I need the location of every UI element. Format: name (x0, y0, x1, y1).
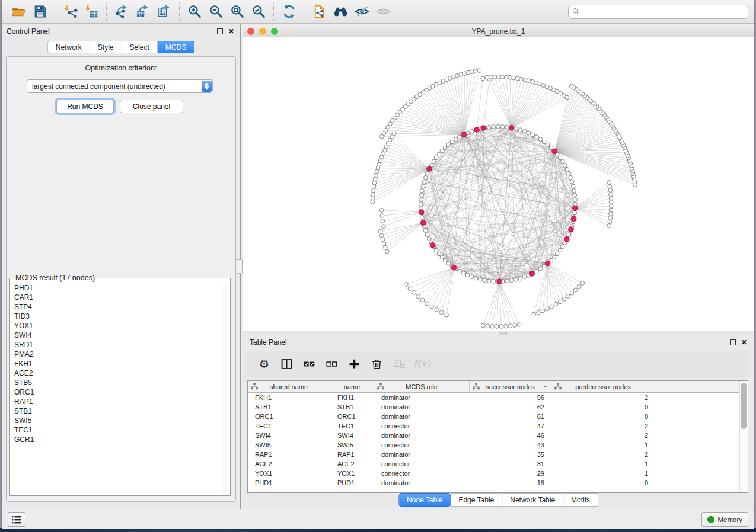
graph-node[interactable] (376, 166, 380, 170)
save-session-button[interactable] (29, 2, 50, 21)
graph-node[interactable] (422, 180, 426, 184)
graph-node[interactable] (517, 323, 521, 327)
graph-node[interactable] (512, 76, 516, 80)
mcds-result-item[interactable]: SWI4 (11, 331, 222, 340)
zoom-selected-button[interactable] (248, 2, 269, 21)
graph-node[interactable] (479, 277, 483, 281)
graph-node[interactable] (500, 125, 505, 129)
graph-hub-node[interactable] (419, 210, 424, 215)
criterion-select[interactable]: largest connected component (undirected) (27, 79, 213, 93)
graph-node[interactable] (465, 273, 470, 277)
table-row[interactable]: STB1STB1dominator620 (248, 402, 740, 412)
graph-node[interactable] (380, 214, 384, 218)
graph-node[interactable] (470, 70, 474, 74)
graph-node[interactable] (531, 79, 535, 84)
graph-node[interactable] (443, 146, 447, 150)
graph-node[interactable] (416, 294, 420, 299)
tab-network-table[interactable]: Network Table (502, 493, 563, 507)
graph-node[interactable] (495, 325, 499, 329)
delete-table-button[interactable] (391, 355, 408, 373)
graph-node[interactable] (381, 219, 385, 223)
table-row[interactable]: SWI5SWI5connector431 (248, 440, 740, 450)
graph-node[interactable] (607, 224, 611, 228)
graph-hub-node[interactable] (427, 166, 432, 172)
graph-node[interactable] (532, 312, 536, 316)
graph-node[interactable] (608, 216, 613, 220)
tab-style[interactable]: Style (90, 41, 122, 53)
graph-node[interactable] (385, 249, 389, 254)
memory-button[interactable]: Memory (701, 512, 748, 527)
network-canvas[interactable] (243, 37, 754, 331)
graph-node[interactable] (573, 288, 578, 292)
graph-node[interactable] (470, 275, 474, 279)
graph-node[interactable] (492, 125, 496, 129)
graph-node[interactable] (577, 284, 581, 289)
graph-node[interactable] (461, 271, 465, 275)
graph-node[interactable] (371, 188, 375, 193)
graph-node[interactable] (552, 255, 556, 259)
graph-node[interactable] (573, 211, 577, 215)
zoom-out-button[interactable] (205, 2, 227, 21)
graph-node[interactable] (496, 75, 500, 79)
graph-node[interactable] (504, 324, 508, 328)
graph-node[interactable] (437, 152, 441, 156)
graph-node[interactable] (573, 197, 578, 201)
close-table-panel-icon[interactable]: ✕ (741, 339, 747, 345)
graph-hub-node[interactable] (462, 132, 467, 137)
column-header-name[interactable]: name (330, 381, 374, 392)
graph-node[interactable] (560, 159, 564, 164)
graph-node[interactable] (474, 69, 478, 73)
mcds-result-scrollbar[interactable] (222, 283, 229, 495)
graph-node[interactable] (542, 140, 546, 144)
table-row[interactable]: ORC1ORC1dominator610 (248, 412, 740, 421)
graph-node[interactable] (483, 278, 487, 283)
mcds-result-item[interactable]: PMA2 (11, 350, 222, 359)
mcds-result-item[interactable]: PHD1 (11, 283, 222, 293)
graph-node[interactable] (490, 324, 495, 328)
graph-node[interactable] (425, 302, 429, 306)
graph-node[interactable] (518, 128, 522, 132)
graph-node[interactable] (499, 325, 503, 329)
graph-node[interactable] (384, 245, 388, 249)
graph-node[interactable] (505, 279, 509, 283)
mcds-result-item[interactable]: SRD1 (11, 340, 222, 350)
graph-node[interactable] (445, 313, 449, 317)
graph-node[interactable] (534, 81, 538, 85)
graph-hub-node[interactable] (571, 216, 576, 222)
tab-network[interactable]: Network (47, 41, 90, 53)
search-input[interactable] (582, 6, 744, 18)
table-row[interactable]: SWI4SWI4dominator462 (248, 431, 740, 440)
graph-node[interactable] (609, 212, 613, 216)
zoom-traffic-light[interactable] (271, 28, 278, 35)
table-scrollbar[interactable] (739, 381, 748, 492)
column-chooser-button[interactable] (278, 355, 295, 373)
graph-node[interactable] (560, 245, 564, 249)
graph-node[interactable] (505, 125, 509, 129)
table-scrollbar-thumb[interactable] (741, 383, 747, 429)
graph-hub-node[interactable] (474, 127, 480, 132)
graph-node[interactable] (379, 233, 384, 238)
graph-hub-node[interactable] (529, 271, 535, 277)
graph-node[interactable] (496, 124, 500, 129)
graph-node[interactable] (563, 164, 567, 168)
mcds-result-item[interactable]: CAR1 (11, 293, 222, 302)
import-table-button[interactable] (81, 2, 102, 21)
graph-node[interactable] (519, 77, 524, 81)
table-row[interactable]: TEC1TEC1connector472 (248, 421, 740, 431)
graph-node[interactable] (609, 208, 613, 212)
graph-node[interactable] (537, 310, 541, 315)
mcds-result-item[interactable]: ORC1 (11, 387, 222, 397)
graph-node[interactable] (420, 188, 425, 193)
mcds-result-item[interactable]: GCR1 (11, 435, 222, 444)
create-column-button[interactable] (346, 355, 363, 373)
graph-node[interactable] (608, 184, 612, 188)
tab-edge-table[interactable]: Edge Table (451, 493, 502, 507)
graph-node[interactable] (580, 281, 585, 285)
graph-node[interactable] (514, 277, 518, 281)
graph-node[interactable] (446, 261, 451, 265)
graph-node[interactable] (485, 75, 489, 79)
graph-node[interactable] (538, 137, 543, 142)
graph-node[interactable] (420, 298, 425, 302)
graph-node[interactable] (440, 149, 444, 153)
graph-node[interactable] (558, 248, 562, 252)
